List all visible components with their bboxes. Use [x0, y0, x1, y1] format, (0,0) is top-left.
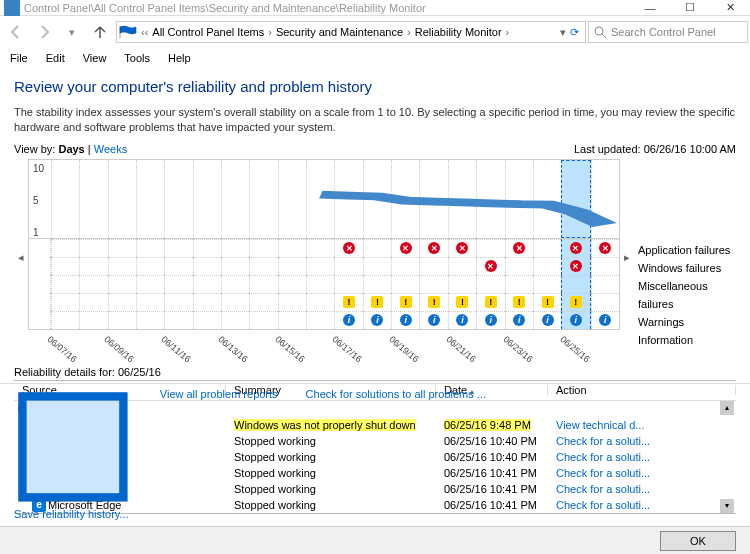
chart-cell[interactable] [249, 257, 277, 275]
chart-cell[interactable] [391, 293, 419, 311]
chart-cell[interactable] [363, 239, 391, 257]
chart-cell[interactable] [278, 239, 306, 257]
chart-cell[interactable] [306, 293, 334, 311]
check-all-link[interactable]: Check for solutions to all problems ... [306, 388, 486, 520]
chart-cell[interactable] [505, 275, 533, 293]
chart-cell[interactable] [193, 257, 221, 275]
chart-cell[interactable] [561, 239, 590, 257]
chart-cell[interactable] [533, 293, 561, 311]
chart-cell[interactable] [278, 257, 306, 275]
chart-cell[interactable] [505, 239, 533, 257]
chart-cell[interactable] [51, 239, 79, 257]
chart-cell[interactable] [221, 311, 249, 329]
chart-cell[interactable] [164, 311, 192, 329]
chart-scroll-left[interactable]: ◂ [14, 159, 28, 356]
menu-help[interactable]: Help [166, 50, 193, 66]
chart-cell[interactable] [363, 293, 391, 311]
view-days[interactable]: Days [58, 143, 84, 155]
chart-cell[interactable] [193, 239, 221, 257]
crumb-security[interactable]: Security and Maintenance [274, 25, 405, 39]
chart-cell[interactable] [51, 275, 79, 293]
chart-cell[interactable] [363, 257, 391, 275]
chart-cell[interactable] [334, 275, 362, 293]
ok-button[interactable]: OK [660, 531, 736, 551]
chart-cell[interactable] [193, 275, 221, 293]
crumb-reliability[interactable]: Reliability Monitor [413, 25, 504, 39]
chart-cell[interactable] [591, 293, 619, 311]
chart-cell[interactable] [391, 311, 419, 329]
chart-cell[interactable] [476, 239, 504, 257]
chart-cell[interactable] [108, 275, 136, 293]
chart-cell[interactable] [51, 257, 79, 275]
dropdown-icon[interactable]: ▾ [560, 26, 566, 39]
chart-cell[interactable] [391, 257, 419, 275]
chart-cell[interactable] [533, 311, 561, 329]
chart-cell[interactable] [505, 257, 533, 275]
chart-cell[interactable] [136, 311, 164, 329]
chart-cell[interactable] [448, 257, 476, 275]
chart-cell[interactable] [278, 293, 306, 311]
chart-cell[interactable] [221, 293, 249, 311]
chart-cell[interactable] [476, 311, 504, 329]
chart-cell[interactable] [419, 239, 447, 257]
chart-cell[interactable] [108, 311, 136, 329]
chart-cell[interactable] [533, 275, 561, 293]
chart-cell[interactable] [108, 239, 136, 257]
menu-tools[interactable]: Tools [122, 50, 152, 66]
refresh-icon[interactable]: ⟳ [570, 26, 579, 39]
chart-cell[interactable] [221, 239, 249, 257]
chart-cell[interactable] [306, 311, 334, 329]
chart-cell[interactable] [79, 275, 107, 293]
chart-cell[interactable] [419, 293, 447, 311]
chart-cell[interactable] [79, 311, 107, 329]
crumb-all[interactable]: All Control Panel Items [150, 25, 266, 39]
chart-cell[interactable] [448, 239, 476, 257]
chart-cell[interactable] [79, 239, 107, 257]
chart-cell[interactable] [221, 257, 249, 275]
chart-cell[interactable] [108, 257, 136, 275]
chart-cell[interactable] [419, 311, 447, 329]
chart-cell[interactable] [334, 293, 362, 311]
chart-cell[interactable] [505, 311, 533, 329]
chart-cell[interactable] [164, 275, 192, 293]
chart-cell[interactable] [419, 275, 447, 293]
chart-cell[interactable] [51, 293, 79, 311]
chart-cell[interactable] [448, 293, 476, 311]
chart-cell[interactable] [476, 275, 504, 293]
menu-edit[interactable]: Edit [44, 50, 67, 66]
view-weeks[interactable]: Weeks [94, 143, 127, 155]
chart-cell[interactable] [249, 275, 277, 293]
chart-cell[interactable] [334, 239, 362, 257]
chart-cell[interactable] [221, 275, 249, 293]
chart-cell[interactable] [164, 293, 192, 311]
up-button[interactable] [86, 18, 114, 46]
search-input[interactable]: Search Control Panel [588, 21, 748, 43]
chart-cell[interactable] [476, 257, 504, 275]
chart-cell[interactable] [363, 275, 391, 293]
chart-cell[interactable] [306, 257, 334, 275]
crumb-sep-icon[interactable]: ‹‹ [139, 26, 150, 38]
view-all-link[interactable]: View all problem reports [160, 388, 278, 520]
chart-cell[interactable] [51, 311, 79, 329]
forward-button[interactable] [30, 18, 58, 46]
chart-cell[interactable] [476, 293, 504, 311]
chevron-right-icon[interactable]: › [504, 26, 512, 38]
chart-cell[interactable] [591, 275, 619, 293]
chart-cell[interactable] [334, 311, 362, 329]
chart-cell[interactable] [79, 257, 107, 275]
save-history-link[interactable]: Save reliability history... [14, 388, 132, 520]
chart-cell[interactable] [164, 239, 192, 257]
chart-cell[interactable] [278, 311, 306, 329]
chart-cell[interactable] [363, 311, 391, 329]
chevron-right-icon[interactable]: › [405, 26, 413, 38]
chart-scroll-right[interactable]: ▸ [620, 159, 634, 356]
chart-cell[interactable] [79, 293, 107, 311]
back-button[interactable] [2, 18, 30, 46]
chart-cell[interactable] [334, 257, 362, 275]
chart-cell[interactable] [136, 293, 164, 311]
recent-dropdown[interactable]: ▾ [58, 18, 86, 46]
chart-cell[interactable] [561, 257, 590, 275]
stability-chart[interactable]: 10 5 1 06/07/1606/09/1606/11/1606/13/160… [28, 159, 620, 356]
address-bar[interactable]: ‹‹ All Control Panel Items › Security an… [116, 21, 586, 43]
chart-cell[interactable] [448, 275, 476, 293]
